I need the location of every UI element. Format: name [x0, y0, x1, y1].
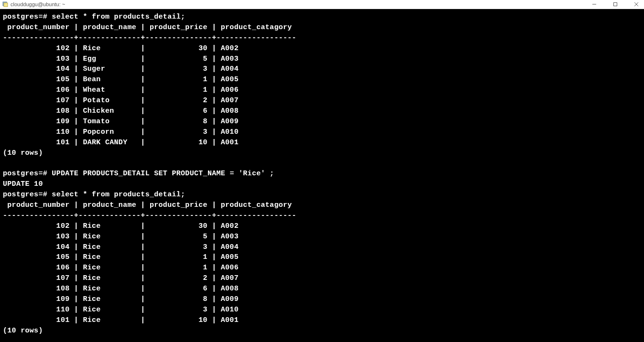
titlebar-left: cloudduggu@ubuntu: ~ [2, 1, 65, 8]
result-header: product_number | product_name | product_… [3, 201, 292, 209]
terminal-output[interactable]: postgres=# select * from products_detail… [0, 9, 644, 342]
svg-rect-3 [614, 3, 617, 6]
close-button[interactable] [631, 0, 642, 8]
putty-icon [2, 1, 9, 8]
titlebar-controls [589, 0, 642, 8]
row-count: (10 rows) [3, 149, 43, 157]
row-count: (10 rows) [3, 327, 43, 335]
window-titlebar: cloudduggu@ubuntu: ~ [0, 0, 644, 9]
result-header: product_number | product_name | product_… [3, 23, 292, 32]
minimize-button[interactable] [589, 0, 600, 8]
update-result: UPDATE 10 [3, 180, 43, 188]
sql-prompt: postgres=# UPDATE PRODUCTS_DETAIL SET PR… [3, 170, 274, 178]
svg-rect-1 [4, 3, 8, 7]
sql-prompt: postgres=# select * from products_detail… [3, 191, 185, 199]
maximize-button[interactable] [610, 0, 621, 8]
result-divider: ----------------+--------------+--------… [3, 34, 296, 42]
result-divider: ----------------+--------------+--------… [3, 212, 296, 220]
sql-prompt: postgres=# select * from products_detail… [3, 13, 185, 21]
window-title: cloudduggu@ubuntu: ~ [11, 1, 65, 7]
result-rows-1: 102 | Rice | 30 | A002 103 | Egg | 5 | A… [3, 44, 239, 147]
result-rows-2: 102 | Rice | 30 | A002 103 | Rice | 5 | … [3, 222, 239, 324]
